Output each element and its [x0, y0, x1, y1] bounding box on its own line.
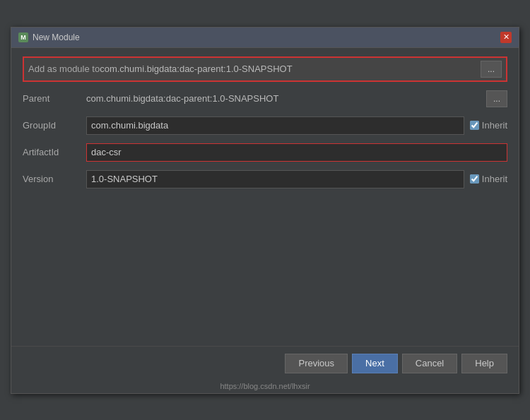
artifact-id-row: ArtifactId: [23, 143, 507, 162]
title-bar: M New Module ✕: [11, 28, 519, 48]
next-button[interactable]: Next: [352, 354, 398, 373]
group-id-inherit-label: Inherit: [482, 120, 507, 131]
title-bar-left: M New Module: [18, 32, 80, 42]
content-area: [23, 196, 507, 337]
group-id-inherit-wrapper: Inherit: [470, 120, 507, 131]
version-input[interactable]: [86, 170, 464, 188]
close-button[interactable]: ✕: [500, 32, 512, 43]
previous-button[interactable]: Previous: [285, 354, 348, 373]
cancel-button[interactable]: Cancel: [402, 354, 457, 373]
artifact-id-label: ArtifactId: [23, 147, 86, 157]
version-inherit-checkbox[interactable]: [470, 174, 479, 184]
dialog-body: Add as module to com.chumi.bigdata:dac-p…: [11, 48, 519, 346]
dialog-title: New Module: [33, 32, 80, 42]
version-inherit-wrapper: Inherit: [470, 174, 507, 184]
group-id-row: GroupId Inherit: [23, 116, 507, 136]
help-button[interactable]: Help: [461, 354, 507, 373]
group-id-input[interactable]: [86, 116, 464, 135]
parent-value: com.chumi.bigdata:dac-parent:1.0-SNAPSHO…: [86, 93, 278, 104]
group-id-inherit-checkbox[interactable]: [470, 121, 479, 130]
version-inherit-label: Inherit: [482, 174, 507, 184]
dialog-footer: Previous Next Cancel Help: [11, 346, 519, 380]
parent-label: Parent: [23, 93, 86, 104]
watermark: https://blog.csdn.net/lhxsir: [11, 380, 519, 393]
add-as-module-row: Add as module to com.chumi.bigdata:dac-p…: [23, 56, 507, 82]
group-id-label: GroupId: [23, 120, 86, 131]
artifact-id-input[interactable]: [86, 143, 507, 162]
new-module-dialog: M New Module ✕ Add as module to com.chum…: [11, 27, 519, 394]
version-label: Version: [23, 174, 86, 184]
add-as-module-browse-button[interactable]: ...: [481, 61, 502, 78]
add-as-module-value: com.chumi.bigdata:dac-parent:1.0-SNAPSHO…: [100, 64, 292, 74]
parent-browse-button[interactable]: ...: [486, 90, 507, 107]
parent-row: Parent com.chumi.bigdata:dac-parent:1.0-…: [23, 89, 507, 109]
version-row: Version Inherit: [23, 169, 507, 189]
add-as-module-label: Add as module to: [28, 64, 100, 74]
dialog-icon: M: [18, 32, 28, 42]
